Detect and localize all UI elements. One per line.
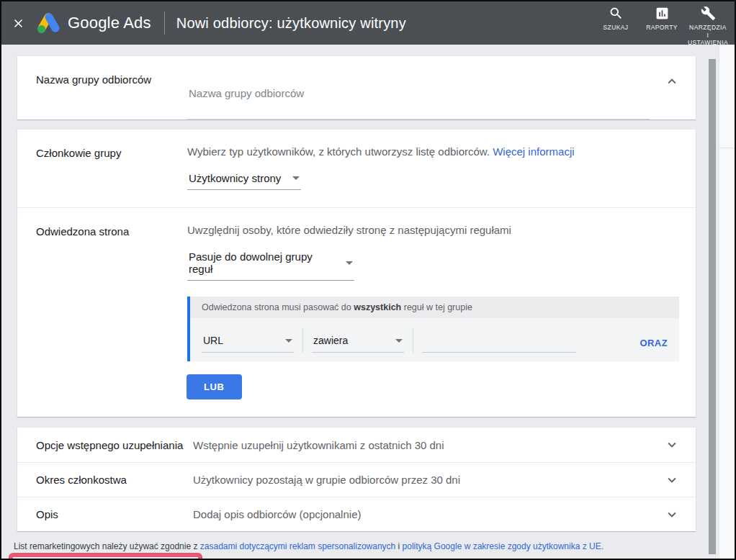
search-icon bbox=[609, 6, 624, 21]
close-button[interactable] bbox=[1, 1, 35, 45]
rule-header-bold: wszystkich bbox=[354, 302, 401, 312]
vertical-divider bbox=[413, 328, 413, 353]
rule-operator-dropdown[interactable]: zawiera bbox=[312, 335, 404, 353]
chevron-down-icon bbox=[664, 437, 680, 453]
reports-label: RAPORTY bbox=[646, 24, 678, 32]
search-label: SZUKAJ bbox=[603, 24, 629, 32]
audience-name-input[interactable] bbox=[187, 72, 650, 119]
audience-name-label: Nazwa grupy odbiorców bbox=[36, 72, 187, 119]
chevron-down-icon bbox=[664, 507, 680, 523]
search-button[interactable]: SZUKAJ bbox=[595, 0, 637, 32]
membership-duration-label: Okres członkostwa bbox=[36, 474, 193, 486]
dropdown-arrow-icon bbox=[285, 339, 292, 343]
logo-green-dot bbox=[37, 25, 45, 33]
main-content: Nazwa grupy odbiorców Członkowie grupy W… bbox=[1, 45, 709, 559]
audience-options-card: Opcje wstępnego uzupełniania Wstępnie uz… bbox=[17, 428, 696, 531]
annotation-highlight-box: UTWÓRZ LISTĘ ODBIORCÓW bbox=[9, 553, 202, 560]
group-members-label: Członkowie grupy bbox=[36, 145, 187, 190]
match-type-value: Pasuje do dowolnej grupy reguł bbox=[189, 250, 338, 275]
audience-rules-card: Członkowie grupy Wybierz typ użytkownikó… bbox=[17, 130, 696, 417]
rule-field-dropdown[interactable]: URL bbox=[202, 335, 294, 353]
description-label: Opis bbox=[36, 508, 193, 520]
page-title: Nowi odbiorcy: użytkownicy witryny bbox=[176, 15, 406, 32]
bar-chart-icon bbox=[655, 6, 670, 21]
dropdown-arrow-icon bbox=[346, 261, 353, 265]
vertical-divider bbox=[302, 328, 303, 353]
description-value: Dodaj opis odbiorców (opcjonalnie) bbox=[193, 508, 663, 520]
prefill-options-row[interactable]: Opcje wstępnego uzupełniania Wstępnie uz… bbox=[17, 428, 696, 462]
google-ads-logo-icon bbox=[36, 12, 60, 34]
group-members-section: Członkowie grupy Wybierz typ użytkownikó… bbox=[17, 130, 696, 190]
personalized-ads-policy-link[interactable]: zasadami dotyczącymi reklam spersonalizo… bbox=[200, 541, 395, 551]
dropdown-arrow-icon bbox=[395, 339, 403, 343]
vertical-scrollbar[interactable] bbox=[709, 59, 716, 554]
topbar-actions: SZUKAJ RAPORTY NARZĘDZIA I USTAWIENIA bbox=[595, 0, 735, 47]
or-rule-button[interactable]: LUB bbox=[187, 374, 242, 399]
reports-button[interactable]: RAPORTY bbox=[641, 0, 683, 32]
membership-duration-row[interactable]: Okres członkostwa Użytkownicy pozostają … bbox=[17, 462, 696, 497]
rule-group-box: Odwiedzona strona musi pasować do wszyst… bbox=[187, 297, 679, 361]
learn-more-link[interactable]: Więcej informacji bbox=[493, 145, 574, 158]
rule-row: URL zawiera ORAZ bbox=[190, 318, 679, 361]
visited-page-description: Uwzględnij osoby, które odwiedziły stron… bbox=[187, 224, 696, 236]
member-type-dropdown[interactable]: Użytkownicy strony bbox=[187, 172, 301, 190]
legal-notice: List remarketingowych należy używać zgod… bbox=[14, 541, 709, 551]
rule-field-value: URL bbox=[203, 335, 223, 346]
match-type-dropdown[interactable]: Pasuje do dowolnej grupy reguł bbox=[187, 250, 354, 281]
legal-text: List remarketingowych należy używać zgod… bbox=[14, 541, 200, 551]
member-type-value: Użytkownicy strony bbox=[189, 172, 281, 184]
eu-consent-policy-link[interactable]: polityką Google w zakresie zgody użytkow… bbox=[403, 541, 603, 551]
rule-header-prefix: Odwiedzona strona musi pasować do bbox=[202, 302, 354, 312]
google-ads-window: Google Ads Nowi odbiorcy: użytkownicy wi… bbox=[0, 0, 736, 560]
rule-value-input[interactable] bbox=[422, 333, 576, 353]
chevron-up-icon bbox=[664, 73, 680, 89]
rule-operator-value: zawiera bbox=[313, 335, 348, 346]
close-icon bbox=[12, 17, 25, 30]
topbar-divider bbox=[164, 12, 165, 35]
wrench-icon bbox=[701, 6, 716, 21]
tools-settings-button[interactable]: NARZĘDZIA I USTAWIENIA bbox=[687, 0, 729, 47]
legal-text-middle: i bbox=[395, 541, 402, 551]
brand-text: Google Ads bbox=[68, 14, 151, 32]
chevron-down-icon bbox=[664, 472, 680, 488]
collapse-section-button[interactable] bbox=[663, 72, 681, 91]
and-rule-button[interactable]: ORAZ bbox=[640, 338, 668, 353]
group-members-description: Wybierz typ użytkowników, z których utwo… bbox=[187, 145, 490, 158]
rule-header-suffix: reguł w tej grupie bbox=[401, 302, 472, 312]
dropdown-arrow-icon bbox=[292, 176, 300, 180]
right-rail bbox=[719, 45, 735, 559]
tools-settings-label: NARZĘDZIA I USTAWIENIA bbox=[688, 24, 728, 47]
top-app-bar: Google Ads Nowi odbiorcy: użytkownicy wi… bbox=[1, 1, 735, 45]
prefill-options-value: Wstępnie uzupełnij użytkownikami z ostat… bbox=[193, 439, 663, 451]
rule-group-header: Odwiedzona strona musi pasować do wszyst… bbox=[190, 297, 679, 318]
description-row[interactable]: Opis Dodaj opis odbiorców (opcjonalnie) bbox=[17, 497, 696, 531]
membership-duration-value: Użytkownicy pozostają w grupie odbiorców… bbox=[193, 474, 663, 486]
rail-divider bbox=[719, 148, 735, 148]
visited-page-section: Odwiedzona strona Uwzględnij osoby, któr… bbox=[17, 208, 696, 399]
audience-name-card: Nazwa grupy odbiorców bbox=[17, 56, 696, 119]
prefill-options-label: Opcje wstępnego uzupełniania bbox=[36, 439, 193, 451]
form-actions: UTWÓRZ LISTĘ ODBIORCÓW ANULUJ bbox=[1, 553, 709, 560]
